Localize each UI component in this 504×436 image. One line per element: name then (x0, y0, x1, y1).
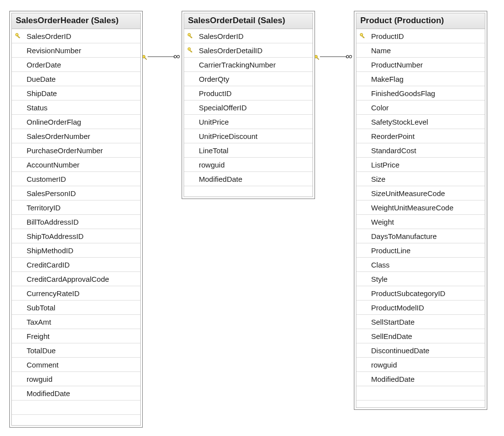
column-row[interactable]: ProductID (184, 86, 313, 101)
column-name: FinishedGoodsFlag (369, 89, 435, 98)
column-row[interactable]: OnlineOrderFlag (12, 115, 140, 129)
column-name: Size (369, 175, 385, 183)
column-row[interactable]: MakeFlag (356, 72, 485, 86)
column-row[interactable]: BillToAddressID (12, 215, 140, 229)
column-row[interactable]: ModifiedDate (12, 386, 140, 401)
column-row[interactable]: ShipDate (12, 86, 140, 101)
column-row[interactable]: Comment (12, 358, 140, 372)
column-row[interactable]: DaysToManufacture (356, 229, 485, 243)
key-cell (184, 33, 197, 39)
svg-point-15 (361, 34, 362, 35)
column-row[interactable]: UnitPriceDiscount (184, 129, 313, 143)
column-row[interactable]: ModifiedDate (184, 172, 313, 186)
column-row[interactable]: ModifiedDate (356, 372, 485, 386)
column-row[interactable]: Class (356, 258, 485, 272)
column-row[interactable]: Name (356, 43, 485, 58)
table-title[interactable]: Product (Production) (356, 13, 485, 29)
column-row[interactable]: WeightUnitMeasureCode (356, 201, 485, 215)
column-name: Color (369, 103, 389, 112)
column-row[interactable]: Style (356, 272, 485, 286)
column-name: ProductID (369, 32, 404, 40)
column-name: SalesOrderNumber (25, 132, 90, 140)
column-row[interactable]: SubTotal (12, 301, 140, 315)
column-row[interactable]: StandardCost (356, 143, 485, 158)
column-row[interactable]: RevisionNumber (12, 43, 140, 58)
column-name: OrderDate (25, 61, 61, 69)
column-row[interactable]: PurchaseOrderNumber (12, 143, 140, 158)
column-row[interactable]: ProductModelID (356, 301, 485, 315)
column-row[interactable]: TotalDue (12, 343, 140, 358)
column-name: SalesPersonID (25, 189, 76, 198)
relationship-connector[interactable] (315, 53, 354, 60)
primary-key-icon (187, 33, 194, 39)
table-t1[interactable]: SalesOrderDetail (Sales) SalesOrderID Sa… (182, 11, 315, 199)
column-row[interactable]: CreditCardApprovalCode (12, 272, 140, 286)
table-title[interactable]: SalesOrderHeader (Sales) (12, 13, 140, 29)
column-row[interactable]: rowguid (184, 158, 313, 172)
column-row[interactable]: rowguid (12, 372, 140, 386)
column-name: SizeUnitMeasureCode (369, 189, 445, 198)
table-title[interactable]: SalesOrderDetail (Sales) (184, 13, 313, 29)
column-row[interactable]: Weight (356, 215, 485, 229)
column-row[interactable]: UnitPrice (184, 115, 313, 129)
column-row[interactable]: OrderDate (12, 58, 140, 72)
column-row[interactable]: TerritoryID (12, 201, 140, 215)
column-row[interactable]: DueDate (12, 72, 140, 86)
primary-key-icon (359, 33, 366, 39)
column-name: Weight (369, 218, 394, 226)
column-row[interactable]: ProductID (356, 29, 485, 43)
column-row[interactable]: CurrencyRateID (12, 286, 140, 301)
column-name: DaysToManufacture (369, 232, 437, 240)
column-row[interactable]: ShipMethodID (12, 243, 140, 258)
column-name: ShipToAddressID (25, 232, 84, 240)
column-row[interactable]: ShipToAddressID (12, 229, 140, 243)
svg-point-7 (189, 34, 189, 35)
column-name: OnlineOrderFlag (25, 118, 81, 126)
column-name: ProductID (197, 89, 232, 98)
column-row[interactable]: ListPrice (356, 158, 485, 172)
column-row[interactable]: SellStartDate (356, 315, 485, 329)
column-row[interactable]: Color (356, 101, 485, 115)
column-name: ShipMethodID (25, 246, 73, 255)
table-t0[interactable]: SalesOrderHeader (Sales) SalesOrderIDRev… (9, 11, 143, 428)
column-row[interactable]: SellEndDate (356, 329, 485, 343)
column-row[interactable]: Freight (12, 329, 140, 343)
column-row[interactable]: CarrierTrackingNumber (184, 58, 313, 72)
column-row[interactable]: SalesOrderNumber (12, 129, 140, 143)
column-name: DiscontinuedDate (369, 346, 429, 355)
blank-row (184, 186, 313, 197)
column-row[interactable]: SalesOrderID (184, 29, 313, 43)
column-row[interactable]: ReorderPoint (356, 129, 485, 143)
column-row[interactable]: FinishedGoodsFlag (356, 86, 485, 101)
column-name: ModifiedDate (197, 175, 242, 183)
column-name: ProductSubcategoryID (369, 289, 445, 298)
column-name: AccountNumber (25, 161, 80, 169)
column-name: SpecialOfferID (197, 103, 247, 112)
column-row[interactable]: ProductLine (356, 243, 485, 258)
column-row[interactable]: CreditCardID (12, 258, 140, 272)
column-row[interactable]: LineTotal (184, 143, 313, 158)
column-row[interactable]: AccountNumber (12, 158, 140, 172)
column-row[interactable]: SalesOrderDetailID (184, 43, 313, 58)
column-row[interactable]: ProductNumber (356, 58, 485, 72)
column-row[interactable]: SalesPersonID (12, 186, 140, 201)
column-row[interactable]: ProductSubcategoryID (356, 286, 485, 301)
column-row[interactable]: CustomerID (12, 172, 140, 186)
column-row[interactable]: DiscontinuedDate (356, 343, 485, 358)
column-row[interactable]: rowguid (356, 358, 485, 372)
svg-point-25 (349, 55, 351, 58)
column-row[interactable]: OrderQty (184, 72, 313, 86)
table-t2[interactable]: Product (Production) ProductIDNameProduc… (354, 11, 487, 410)
column-row[interactable]: SpecialOfferID (184, 101, 313, 115)
column-name: PurchaseOrderNumber (25, 146, 103, 155)
column-row[interactable]: SafetyStockLevel (356, 115, 485, 129)
column-row[interactable]: Status (12, 101, 140, 115)
key-cell (184, 47, 197, 54)
column-row[interactable]: TaxAmt (12, 315, 140, 329)
column-row[interactable]: SizeUnitMeasureCode (356, 186, 485, 201)
column-name: CurrencyRateID (25, 289, 80, 298)
relationship-connector[interactable] (143, 53, 182, 60)
column-row[interactable]: Size (356, 172, 485, 186)
column-name: SalesOrderDetailID (197, 46, 262, 55)
column-row[interactable]: SalesOrderID (12, 29, 140, 43)
